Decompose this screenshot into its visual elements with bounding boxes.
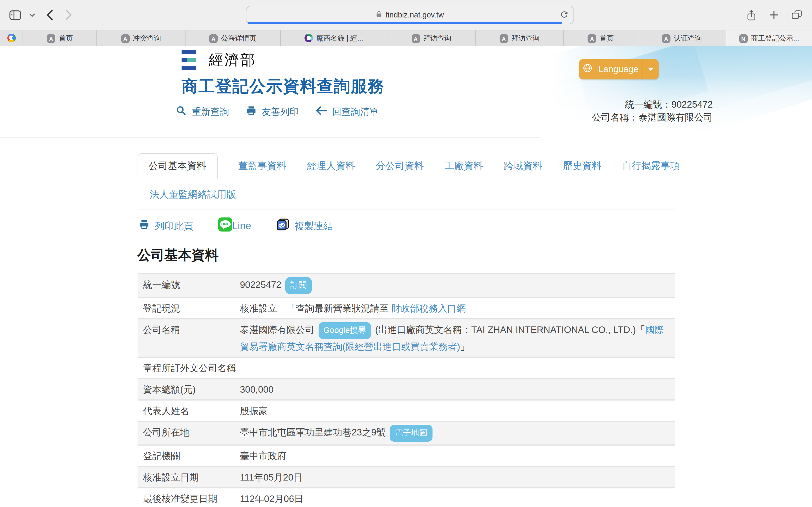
reload-icon[interactable] xyxy=(560,11,568,21)
page-action-label: 列印此頁 xyxy=(155,219,193,232)
browser-tab[interactable]: A首页 xyxy=(564,31,638,47)
table-row: 公司名稱泰湛國際有限公司Google搜尋(出進口廠商英文名稱：TAI ZHAN … xyxy=(137,318,675,356)
row-label: 資本總額(元) xyxy=(137,379,240,399)
detail-tab[interactable]: 董監事資料 xyxy=(238,159,286,172)
detail-tab[interactable]: 歷史資料 xyxy=(563,159,601,172)
page-action-bar: 列印此頁LINELine複製連結 xyxy=(137,217,675,234)
header-uni-no: 統一編號：90225472 xyxy=(592,98,713,111)
page-action[interactable]: LINELine xyxy=(218,217,251,234)
row-label: 代表人姓名 xyxy=(137,400,240,421)
browser-tab-title: 拜访查询 xyxy=(423,34,451,43)
browser-tab[interactable]: A冲突查询 xyxy=(97,31,186,47)
header-link[interactable]: 重新查詢 xyxy=(176,105,229,118)
row-value: 臺中市北屯區軍功里建功巷23之9號電子地圖 xyxy=(240,422,675,445)
browser-tab-title: 公海详情页 xyxy=(221,34,256,43)
search-icon xyxy=(176,105,187,118)
value-text: 泰湛國際有限公司 xyxy=(240,325,314,335)
browser-tab[interactable]: 廠商名錄 | 經... xyxy=(281,31,388,47)
row-label: 登記現況 xyxy=(137,298,240,318)
A-favicon: A xyxy=(662,34,670,43)
A-favicon: A xyxy=(411,34,420,43)
value-text: 90225472 xyxy=(240,279,282,290)
row-value: 泰湛國際有限公司Google搜尋(出進口廠商英文名稱：TAI ZHAN INTE… xyxy=(240,320,675,356)
table-row: 登記機關臺中市政府 xyxy=(137,445,675,466)
value-text: 300,000 xyxy=(240,384,273,394)
page-action[interactable]: 複製連結 xyxy=(276,218,333,234)
row-value: 111年05月20日 xyxy=(240,467,675,487)
page-action[interactable]: 列印此頁 xyxy=(139,219,193,233)
back-arrow-icon xyxy=(316,107,327,117)
value-text: 臺中市政府 xyxy=(240,451,287,461)
value-text: 」 xyxy=(466,303,477,313)
company-info-table: 統一編號90225472訂閱登記現況核准設立 「查詢最新營業狀況請至 財政部稅務… xyxy=(137,273,675,507)
address-bar[interactable]: findbiz.nat.gov.tw xyxy=(246,6,574,24)
header-link-label: 重新查詢 xyxy=(192,106,229,118)
language-button[interactable]: Language xyxy=(579,59,659,79)
A-favicon: A xyxy=(500,34,508,43)
back-button[interactable] xyxy=(46,10,53,20)
divider xyxy=(137,210,675,210)
table-row: 資本總額(元)300,000 xyxy=(137,378,675,399)
value-text: 111年05月20日 xyxy=(240,472,303,482)
header-link[interactable]: 回查詢清單 xyxy=(316,106,378,118)
tax-portal-link[interactable]: 財政部稅務入口網 xyxy=(391,303,466,313)
A-favicon: A xyxy=(47,34,55,43)
value-text: 臺中市北屯區軍功里建功巷23之9號 xyxy=(240,427,386,437)
globe-icon xyxy=(582,63,593,75)
language-dropdown-toggle[interactable] xyxy=(642,59,659,79)
header-link-label: 回查詢清單 xyxy=(332,106,378,118)
printer-icon xyxy=(139,219,149,233)
detail-tab[interactable]: 自行揭露事項 xyxy=(622,159,680,172)
share-icon[interactable] xyxy=(747,9,756,20)
value-text: (出進口廠商英文名稱：TAI ZHAN INTERNATIONAL CO., L… xyxy=(375,325,645,335)
map-badge[interactable]: 電子地圖 xyxy=(390,425,433,442)
detail-tab[interactable]: 工廠資料 xyxy=(445,159,483,172)
N-favicon: N xyxy=(739,34,748,43)
copy-link-icon xyxy=(276,218,289,234)
browser-tab[interactable]: A认证查询 xyxy=(638,31,726,47)
lock-icon xyxy=(376,11,382,19)
browser-tab-strip: A首页A冲突查询A公海详情页廠商名錄 | 經...A拜访查询A拜访查询A首页A认… xyxy=(0,30,812,47)
browser-tab[interactable]: A拜访查询 xyxy=(388,31,476,47)
A-favicon: A xyxy=(588,34,596,43)
line-icon: LINE xyxy=(218,217,232,234)
site-title: 商工登記公示資料查詢服務 xyxy=(182,75,385,98)
language-button-label: Language xyxy=(598,64,638,74)
row-value: 90225472訂閱 xyxy=(240,274,675,297)
row-value: 臺中市政府 xyxy=(240,446,675,466)
row-label: 統一編號 xyxy=(137,274,240,297)
detail-tab[interactable]: 分公司資料 xyxy=(376,159,424,172)
tab-corporate-network[interactable]: 法人董監網絡試用版 xyxy=(137,188,675,201)
subscribe-badge[interactable]: 訂閱 xyxy=(285,277,312,294)
tab-overview-icon[interactable] xyxy=(792,10,802,20)
google-favicon xyxy=(7,34,15,44)
browser-tab-title: 冲突查询 xyxy=(133,34,161,43)
sidebar-toggle-icon[interactable] xyxy=(9,10,21,20)
moea-logo xyxy=(182,50,196,70)
browser-tab[interactable]: A拜访查询 xyxy=(476,31,564,47)
browser-tab-title: 商工登記公示... xyxy=(751,34,799,43)
sidebar-chevron-icon[interactable] xyxy=(29,13,35,17)
browser-tab-active[interactable]: N商工登記公示... xyxy=(726,31,812,47)
google-search-badge[interactable]: Google搜尋 xyxy=(318,322,371,339)
row-value: 112年02月06日 xyxy=(240,489,675,507)
line-icon: LINE xyxy=(218,217,232,231)
table-row: 公司所在地臺中市北屯區軍功里建功巷23之9號電子地圖 xyxy=(137,421,675,445)
row-value: 核准設立 「查詢最新營業狀況請至 財政部稅務入口網 」 xyxy=(240,298,675,318)
browser-tab[interactable]: A公海详情页 xyxy=(186,31,281,47)
row-value: 殷振豪 xyxy=(240,400,675,421)
detail-tab[interactable]: 跨域資料 xyxy=(504,159,542,172)
header-link[interactable]: 友善列印 xyxy=(246,105,299,118)
browser-tab[interactable] xyxy=(0,31,23,47)
detail-tab[interactable]: 經理人資料 xyxy=(307,159,355,172)
table-row: 統一編號90225472訂閱 xyxy=(137,273,675,297)
forward-button[interactable] xyxy=(65,10,72,20)
page-load-progress-bar xyxy=(248,22,562,24)
browser-tab[interactable]: A首页 xyxy=(23,31,97,47)
detail-tab-active[interactable]: 公司基本資料 xyxy=(137,153,217,179)
url-text: findbiz.nat.gov.tw xyxy=(386,11,444,19)
A-favicon: A xyxy=(121,34,130,43)
findbiz-favicon xyxy=(305,34,313,44)
table-row: 最後核准變更日期112年02月06日 xyxy=(137,487,675,507)
new-tab-icon[interactable] xyxy=(770,11,778,19)
